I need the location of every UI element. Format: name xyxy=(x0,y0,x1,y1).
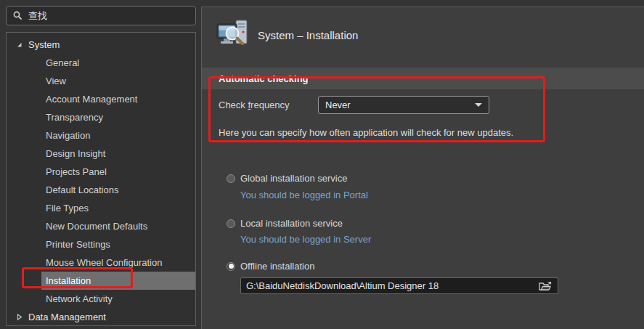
system-installation-icon xyxy=(216,19,250,49)
annotation-rect-automatic-checking xyxy=(208,76,545,142)
sidebar-item-projects-panel[interactable]: Projects Panel xyxy=(7,163,195,181)
page-title: System – Installation xyxy=(258,29,358,41)
sidebar-item-navigation[interactable]: Navigation xyxy=(7,126,195,145)
radio-global-installation-service[interactable]: Global installation service xyxy=(227,173,347,184)
sidebar-item-system[interactable]: System xyxy=(7,36,195,54)
browse-folder-button[interactable] xyxy=(538,280,553,292)
sidebar-item-transparency[interactable]: Transparency xyxy=(7,108,195,126)
sidebar-item-network-activity[interactable]: Network Activity xyxy=(7,290,195,308)
offline-installation-path: G:\BaiduNetdiskDownload\Altium Designer … xyxy=(246,280,534,291)
annotation-rect-installation xyxy=(22,267,133,288)
sidebar-item-general[interactable]: General xyxy=(7,54,195,72)
radio-offline-installation[interactable]: Offline installation xyxy=(227,261,314,272)
sidebar-item-new-document-defaults[interactable]: New Document Defaults xyxy=(7,217,195,235)
sidebar-item-design-insight[interactable]: Design Insight xyxy=(7,145,195,163)
radio-local-installation-service[interactable]: Local installation service xyxy=(227,218,343,229)
sidebar-item-label: System xyxy=(28,39,60,50)
offline-installation-path-field[interactable]: G:\BaiduNetdiskDownload\Altium Designer … xyxy=(240,277,558,294)
local-service-hint: You should be logged in Server xyxy=(240,234,371,245)
global-service-hint: You should be logged in Portal xyxy=(240,190,368,200)
open-folder-icon xyxy=(538,280,553,292)
sidebar-item-default-locations[interactable]: Default Locations xyxy=(7,181,195,199)
preferences-window: System General View Account Management T… xyxy=(0,0,644,329)
sidebar-item-label: Data Management xyxy=(28,312,106,322)
radio-icon[interactable] xyxy=(227,174,235,183)
search-icon xyxy=(13,11,23,20)
settings-page: System – Installation Automatic checking… xyxy=(201,7,644,329)
search-box[interactable] xyxy=(6,6,196,25)
tree-expanded-icon[interactable] xyxy=(15,41,23,49)
sidebar-item-data-management[interactable]: Data Management xyxy=(7,308,195,326)
radio-selected-icon[interactable] xyxy=(227,262,235,271)
tree-collapsed-icon[interactable] xyxy=(15,313,23,321)
sidebar-item-view[interactable]: View xyxy=(7,72,195,90)
sidebar-item-account-management[interactable]: Account Management xyxy=(7,90,195,108)
sidebar-item-printer-settings[interactable]: Printer Settings xyxy=(7,235,195,253)
sidebar-item-file-types[interactable]: File Types xyxy=(7,199,195,217)
radio-icon[interactable] xyxy=(227,219,235,228)
search-input[interactable] xyxy=(28,10,189,21)
